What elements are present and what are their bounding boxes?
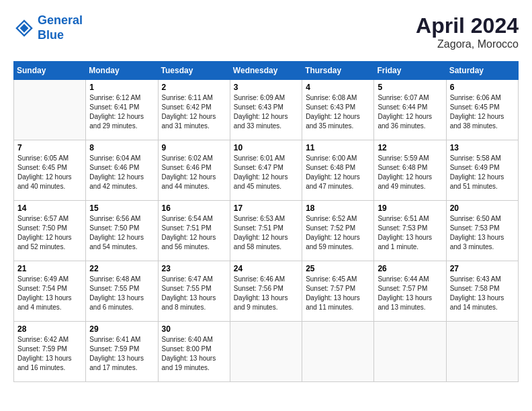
day-number: 30 [162, 324, 226, 334]
day-info: Sunrise: 6:06 AM Sunset: 6:45 PM Dayligh… [450, 93, 515, 131]
day-number: 24 [234, 264, 298, 273]
day-info: Sunrise: 6:52 AM Sunset: 7:52 PM Dayligh… [306, 214, 370, 252]
calendar-cell: 19Sunrise: 6:51 AM Sunset: 7:53 PM Dayli… [374, 201, 446, 261]
weekday-header-friday: Friday [374, 62, 446, 80]
day-info: Sunrise: 6:40 AM Sunset: 8:00 PM Dayligh… [162, 335, 226, 373]
week-row-2: 7Sunrise: 6:05 AM Sunset: 6:45 PM Daylig… [14, 140, 519, 201]
calendar-cell: 28Sunrise: 6:42 AM Sunset: 7:59 PM Dayli… [14, 322, 86, 382]
weekday-header-sunday: Sunday [14, 62, 86, 80]
day-info: Sunrise: 6:57 AM Sunset: 7:50 PM Dayligh… [17, 214, 82, 252]
calendar-cell: 4Sunrise: 6:08 AM Sunset: 6:43 PM Daylig… [302, 80, 374, 140]
day-number: 15 [89, 203, 154, 213]
calendar-cell: 14Sunrise: 6:57 AM Sunset: 7:50 PM Dayli… [14, 201, 86, 261]
day-number: 11 [306, 143, 370, 152]
day-info: Sunrise: 6:11 AM Sunset: 6:42 PM Dayligh… [162, 93, 226, 131]
day-info: Sunrise: 6:12 AM Sunset: 6:41 PM Dayligh… [89, 93, 154, 131]
calendar-cell: 17Sunrise: 6:53 AM Sunset: 7:51 PM Dayli… [230, 201, 302, 261]
week-row-4: 21Sunrise: 6:49 AM Sunset: 7:54 PM Dayli… [14, 261, 519, 322]
day-info: Sunrise: 6:08 AM Sunset: 6:43 PM Dayligh… [306, 93, 370, 131]
calendar-cell: 9Sunrise: 6:02 AM Sunset: 6:46 PM Daylig… [158, 140, 230, 201]
calendar-cell: 2Sunrise: 6:11 AM Sunset: 6:42 PM Daylig… [158, 80, 230, 140]
day-info: Sunrise: 6:44 AM Sunset: 7:57 PM Dayligh… [378, 275, 442, 312]
day-info: Sunrise: 5:58 AM Sunset: 6:49 PM Dayligh… [450, 154, 515, 191]
day-info: Sunrise: 6:50 AM Sunset: 7:53 PM Dayligh… [450, 214, 515, 252]
day-info: Sunrise: 5:59 AM Sunset: 6:48 PM Dayligh… [378, 154, 442, 191]
logo-icon [13, 17, 35, 39]
day-number: 20 [450, 203, 515, 213]
calendar-cell: 25Sunrise: 6:45 AM Sunset: 7:57 PM Dayli… [302, 261, 374, 322]
week-row-3: 14Sunrise: 6:57 AM Sunset: 7:50 PM Dayli… [14, 201, 519, 261]
calendar-cell: 12Sunrise: 5:59 AM Sunset: 6:48 PM Dayli… [374, 140, 446, 201]
calendar-cell [374, 322, 446, 382]
calendar-cell: 24Sunrise: 6:46 AM Sunset: 7:56 PM Dayli… [230, 261, 302, 322]
day-number: 28 [17, 324, 82, 334]
title-block: April 2024 Zagora, Morocco [416, 13, 519, 50]
day-info: Sunrise: 6:54 AM Sunset: 7:51 PM Dayligh… [162, 214, 226, 252]
day-info: Sunrise: 6:56 AM Sunset: 7:50 PM Dayligh… [89, 214, 154, 252]
calendar-cell: 8Sunrise: 6:04 AM Sunset: 6:46 PM Daylig… [86, 140, 158, 201]
day-info: Sunrise: 6:47 AM Sunset: 7:55 PM Dayligh… [162, 275, 226, 312]
day-info: Sunrise: 6:01 AM Sunset: 6:47 PM Dayligh… [234, 154, 298, 191]
calendar-cell [14, 80, 86, 140]
calendar-cell [302, 322, 374, 382]
day-info: Sunrise: 6:49 AM Sunset: 7:54 PM Dayligh… [17, 275, 82, 312]
day-info: Sunrise: 6:00 AM Sunset: 6:48 PM Dayligh… [306, 154, 370, 191]
day-info: Sunrise: 6:07 AM Sunset: 6:44 PM Dayligh… [378, 93, 442, 131]
day-info: Sunrise: 6:02 AM Sunset: 6:46 PM Dayligh… [162, 154, 226, 191]
weekday-header-wednesday: Wednesday [230, 62, 302, 80]
calendar-cell: 18Sunrise: 6:52 AM Sunset: 7:52 PM Dayli… [302, 201, 374, 261]
day-info: Sunrise: 6:43 AM Sunset: 7:58 PM Dayligh… [450, 275, 515, 312]
day-info: Sunrise: 6:51 AM Sunset: 7:53 PM Dayligh… [378, 214, 442, 252]
calendar-cell: 1Sunrise: 6:12 AM Sunset: 6:41 PM Daylig… [86, 80, 158, 140]
day-number: 12 [378, 143, 442, 152]
day-number: 3 [234, 83, 298, 92]
calendar-cell: 29Sunrise: 6:41 AM Sunset: 7:59 PM Dayli… [86, 322, 158, 382]
calendar-cell: 15Sunrise: 6:56 AM Sunset: 7:50 PM Dayli… [86, 201, 158, 261]
day-number: 13 [450, 143, 515, 152]
day-number: 17 [234, 203, 298, 213]
calendar-cell: 10Sunrise: 6:01 AM Sunset: 6:47 PM Dayli… [230, 140, 302, 201]
calendar-cell: 20Sunrise: 6:50 AM Sunset: 7:53 PM Dayli… [446, 201, 518, 261]
location: Zagora, Morocco [416, 38, 519, 50]
day-info: Sunrise: 6:42 AM Sunset: 7:59 PM Dayligh… [17, 335, 82, 373]
calendar-cell: 6Sunrise: 6:06 AM Sunset: 6:45 PM Daylig… [446, 80, 518, 140]
day-info: Sunrise: 6:04 AM Sunset: 6:46 PM Dayligh… [89, 154, 154, 191]
calendar-cell: 21Sunrise: 6:49 AM Sunset: 7:54 PM Dayli… [14, 261, 86, 322]
calendar-cell: 26Sunrise: 6:44 AM Sunset: 7:57 PM Dayli… [374, 261, 446, 322]
logo-text: General Blue [38, 13, 83, 42]
calendar-cell: 22Sunrise: 6:48 AM Sunset: 7:55 PM Dayli… [86, 261, 158, 322]
day-info: Sunrise: 6:48 AM Sunset: 7:55 PM Dayligh… [89, 275, 154, 312]
day-info: Sunrise: 6:45 AM Sunset: 7:57 PM Dayligh… [306, 275, 370, 312]
day-number: 7 [17, 143, 82, 152]
calendar-cell: 30Sunrise: 6:40 AM Sunset: 8:00 PM Dayli… [158, 322, 230, 382]
day-info: Sunrise: 6:09 AM Sunset: 6:43 PM Dayligh… [234, 93, 298, 131]
calendar-cell: 16Sunrise: 6:54 AM Sunset: 7:51 PM Dayli… [158, 201, 230, 261]
weekday-header-monday: Monday [86, 62, 158, 80]
day-number: 26 [378, 264, 442, 273]
day-number: 25 [306, 264, 370, 273]
day-number: 14 [17, 203, 82, 213]
week-row-5: 28Sunrise: 6:42 AM Sunset: 7:59 PM Dayli… [14, 322, 519, 382]
weekday-header-thursday: Thursday [302, 62, 374, 80]
day-number: 2 [162, 83, 226, 92]
weekday-header-saturday: Saturday [446, 62, 518, 80]
page-header: General Blue April 2024 Zagora, Morocco [13, 13, 519, 50]
day-number: 27 [450, 264, 515, 273]
day-number: 18 [306, 203, 370, 213]
week-row-1: 1Sunrise: 6:12 AM Sunset: 6:41 PM Daylig… [14, 80, 519, 140]
calendar-table: SundayMondayTuesdayWednesdayThursdayFrid… [13, 61, 519, 382]
logo: General Blue [13, 13, 83, 42]
day-number: 4 [306, 83, 370, 92]
day-info: Sunrise: 6:53 AM Sunset: 7:51 PM Dayligh… [234, 214, 298, 252]
day-number: 9 [162, 143, 226, 152]
weekday-header-tuesday: Tuesday [158, 62, 230, 80]
day-info: Sunrise: 6:41 AM Sunset: 7:59 PM Dayligh… [89, 335, 154, 373]
day-number: 22 [89, 264, 154, 273]
day-number: 10 [234, 143, 298, 152]
calendar-cell: 23Sunrise: 6:47 AM Sunset: 7:55 PM Dayli… [158, 261, 230, 322]
day-number: 21 [17, 264, 82, 273]
day-number: 23 [162, 264, 226, 273]
weekday-header-row: SundayMondayTuesdayWednesdayThursdayFrid… [14, 62, 519, 80]
calendar-cell: 11Sunrise: 6:00 AM Sunset: 6:48 PM Dayli… [302, 140, 374, 201]
day-number: 8 [89, 143, 154, 152]
